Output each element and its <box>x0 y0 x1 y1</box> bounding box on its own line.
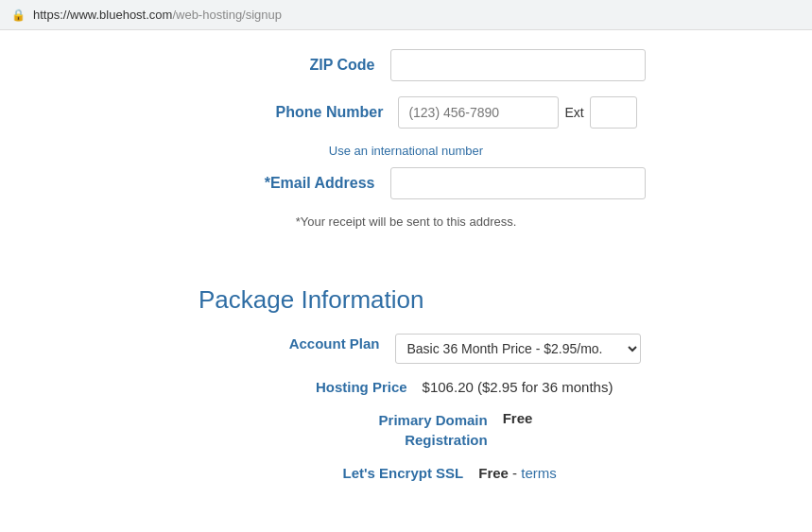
zip-code-label: ZIP Code <box>167 57 375 74</box>
phone-number-row: Phone Number Ext <box>76 96 736 129</box>
email-input[interactable] <box>390 167 646 199</box>
receipt-note: *Your receipt will be sent to this addre… <box>76 215 736 229</box>
ssl-value: Free - terms <box>478 463 557 481</box>
primary-domain-free: Free <box>503 410 533 426</box>
hosting-price-label: Hosting Price <box>199 377 407 395</box>
ssl-terms-link[interactable]: terms <box>521 465 557 481</box>
account-plan-label: Account Plan <box>172 334 380 352</box>
ssl-label: Let's Encrypt SSL <box>255 463 463 481</box>
phone-input[interactable] <box>398 96 559 129</box>
page-content: ZIP Code Phone Number Ext Use an interna… <box>0 30 812 532</box>
ext-label: Ext <box>564 105 583 120</box>
primary-domain-value: Free <box>503 408 533 426</box>
phone-input-group: Ext <box>398 96 636 129</box>
account-plan-select[interactable]: Basic 36 Month Price - $2.95/mo. Basic 2… <box>395 334 641 364</box>
hosting-price-row: Hosting Price $106.20 ($2.95 for 36 mont… <box>76 377 736 395</box>
international-number-row: Use an international number <box>76 144 736 158</box>
package-section: Package Information Account Plan Basic 3… <box>76 285 736 481</box>
ssl-separator: - <box>509 465 521 481</box>
primary-domain-label: Primary DomainRegistration <box>280 408 488 450</box>
lock-icon: 🔒 <box>11 9 26 22</box>
url-bar: https://www.bluehost.com/web-hosting/sig… <box>33 8 282 22</box>
account-plan-row: Account Plan Basic 36 Month Price - $2.9… <box>76 334 736 364</box>
email-label: *Email Address <box>167 175 375 192</box>
url-path: /web-hosting/signup <box>172 8 282 22</box>
ssl-free-text: Free <box>478 465 509 481</box>
email-address-row: *Email Address <box>76 167 736 199</box>
ext-input[interactable] <box>590 96 637 129</box>
international-link[interactable]: Use an international number <box>329 144 483 158</box>
zip-code-input[interactable] <box>390 49 646 81</box>
primary-domain-row: Primary DomainRegistration Free <box>76 408 736 450</box>
zip-code-row: ZIP Code <box>76 49 736 81</box>
package-section-title: Package Information <box>199 285 736 315</box>
url-domain: https://www.bluehost.com <box>33 8 172 22</box>
hosting-price-value: $106.20 ($2.95 for 36 months) <box>423 377 613 395</box>
ssl-row: Let's Encrypt SSL Free - terms <box>76 463 736 481</box>
phone-number-label: Phone Number <box>175 104 383 121</box>
browser-bar: 🔒 https://www.bluehost.com/web-hosting/s… <box>0 0 812 30</box>
